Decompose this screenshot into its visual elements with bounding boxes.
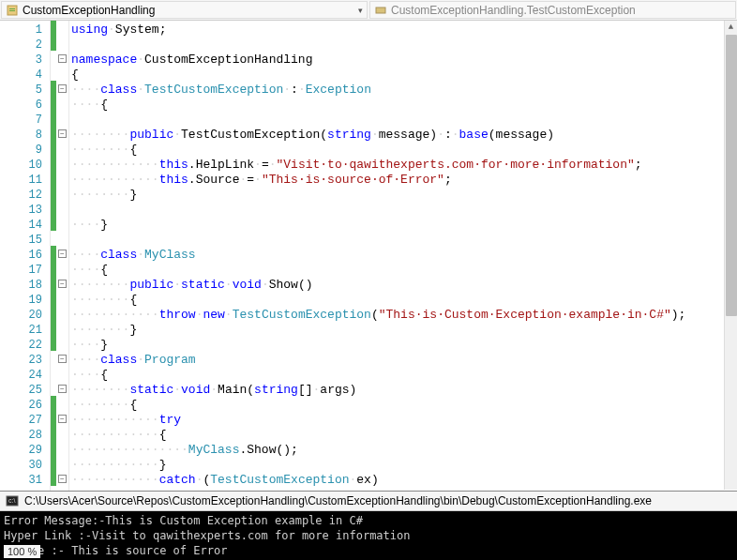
vertical-scrollbar[interactable]: ▲ [724,21,737,490]
code-line[interactable]: ····{ [71,263,737,278]
line-number: 13 [0,203,42,218]
fold-cell [56,201,68,216]
code-content[interactable]: using·System;namespace·CustomExceptionHa… [69,21,737,491]
code-line[interactable]: ········static·void·Main(string[]·args) [71,383,737,398]
fold-toggle-icon[interactable]: − [58,415,67,423]
fold-cell [56,216,68,231]
fold-cell[interactable]: − [56,126,68,141]
fold-cell[interactable]: − [56,411,68,426]
line-number: 30 [0,458,42,473]
code-line[interactable]: ····{ [71,98,737,113]
fold-cell[interactable]: − [56,471,68,486]
code-line[interactable] [71,113,737,128]
fold-cell [56,306,68,321]
fold-cell [56,336,68,351]
code-line[interactable]: ········public·TestCustomException(strin… [71,128,737,143]
code-line[interactable]: ········{ [71,398,737,413]
line-number: 26 [0,398,42,413]
line-number: 2 [0,38,42,53]
fold-cell[interactable]: − [56,51,68,66]
code-line[interactable]: ········{ [71,143,737,158]
code-line[interactable]: ················MyClass.Show(); [71,443,737,458]
fold-cell[interactable]: − [56,81,68,96]
code-line[interactable]: ····} [71,338,737,353]
code-line[interactable]: { [71,68,737,83]
fold-cell[interactable]: − [56,276,68,291]
code-line[interactable]: ············{ [71,428,737,443]
fold-cell[interactable]: − [56,381,68,396]
fold-cell [56,366,68,381]
code-line[interactable] [71,233,737,248]
fold-cell[interactable]: − [56,246,68,261]
code-line[interactable]: ············try [71,413,737,428]
fold-cell [56,186,68,201]
fold-toggle-icon[interactable]: − [58,129,67,138]
code-line[interactable]: ····class·Program [71,353,737,368]
code-line[interactable]: ············} [71,458,737,473]
fold-cell [56,171,68,186]
fold-toggle-icon[interactable]: − [58,54,67,63]
fold-cell [56,21,68,36]
console-title-bar[interactable]: c:\ C:\Users\Acer\Source\Repos\CustomExc… [0,492,737,511]
fold-toggle-icon[interactable]: − [58,385,67,393]
fold-toggle-icon[interactable]: − [58,250,67,258]
method-icon [374,4,387,17]
line-number-gutter: 1234567891011121314151617181920212223242… [0,21,51,491]
code-line[interactable]: ········{ [71,293,737,308]
code-line[interactable]: ········public·static·void·Show() [71,278,737,293]
line-number: 31 [0,473,42,488]
code-line[interactable] [71,38,737,53]
scope-left-text: CustomExceptionHandling [23,4,155,17]
code-line[interactable]: using·System; [71,23,737,38]
fold-cell [56,396,68,411]
chevron-down-icon: ▾ [358,6,363,15]
fold-cell [56,96,68,111]
fold-cell [56,36,68,51]
fold-cell [56,141,68,156]
code-line[interactable]: ············catch·(TestCustomException·e… [71,473,737,488]
fold-toggle-icon[interactable]: − [58,475,67,483]
line-number: 10 [0,158,42,173]
fold-cell [56,456,68,471]
code-line[interactable] [71,203,737,218]
code-line[interactable]: namespace·CustomExceptionHandling [71,53,737,68]
console-output[interactable]: Error Message:-This is Custom Exception … [0,511,737,560]
line-number: 3 [0,53,42,68]
scope-dropdown-left[interactable]: CustomExceptionHandling ▾ [1,1,368,19]
line-number: 21 [0,323,42,338]
scrollbar-thumb[interactable] [726,35,737,316]
code-line[interactable]: ············throw·new·TestCustomExceptio… [71,308,737,323]
line-number: 14 [0,218,42,233]
code-line[interactable]: ····class·MyClass [71,248,737,263]
console-icon: c:\ [6,494,19,507]
fold-cell[interactable]: − [56,351,68,366]
zoom-level[interactable]: 100 % [4,545,40,558]
svg-rect-2 [9,10,15,11]
fold-toggle-icon[interactable]: − [58,355,67,363]
line-number: 16 [0,248,42,263]
code-line[interactable]: ············this.HelpLink·=·"Visit·to·qa… [71,158,737,173]
scroll-up-arrow[interactable]: ▲ [725,21,737,34]
line-number: 18 [0,278,42,293]
fold-cell [56,426,68,441]
scope-dropdown-right[interactable]: CustomExceptionHandling.TestCustomExcept… [369,1,736,19]
line-number: 15 [0,233,42,248]
line-number: 19 [0,293,42,308]
fold-cell [56,321,68,336]
code-line[interactable]: ········} [71,188,737,203]
code-line[interactable]: ····} [71,218,737,233]
fold-toggle-icon[interactable]: − [58,84,67,93]
line-number: 4 [0,68,42,83]
fold-toggle-icon[interactable]: − [58,280,67,288]
code-editor[interactable]: 1234567891011121314151617181920212223242… [0,21,737,491]
line-number: 5 [0,83,42,98]
code-line[interactable]: ····class·TestCustomException·:·Exceptio… [71,83,737,98]
output-console: c:\ C:\Users\Acer\Source\Repos\CustomExc… [0,491,737,560]
line-number: 1 [0,23,42,38]
code-line[interactable]: ····{ [71,368,737,383]
code-line[interactable]: ············this.Source·=·"This·is·sourc… [71,173,737,188]
code-line[interactable]: ········} [71,323,737,338]
fold-cell [56,441,68,456]
line-number: 6 [0,98,42,113]
class-icon [6,4,19,17]
